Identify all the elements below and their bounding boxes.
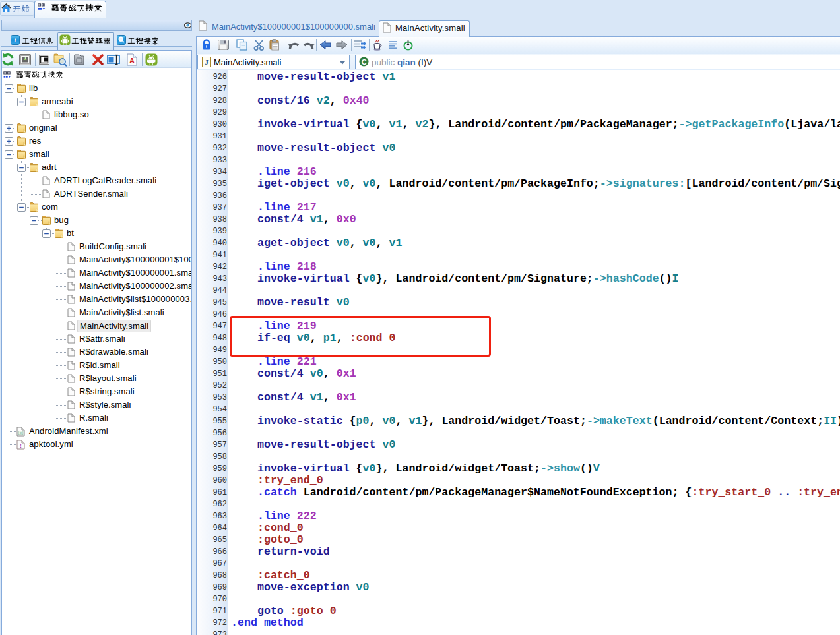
svg-text:e: e: [20, 431, 22, 435]
svg-text:!: !: [20, 442, 22, 449]
svg-text:J: J: [205, 58, 209, 66]
svg-text:C: C: [362, 58, 367, 66]
